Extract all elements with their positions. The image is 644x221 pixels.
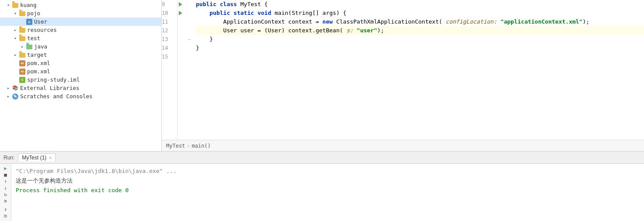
run-down-button[interactable]: ↓	[1, 185, 10, 191]
tree-label-scratches: Scratches and Consoles	[20, 93, 93, 100]
code-line-9: public class MyTest {	[196, 0, 644, 9]
run-button-10[interactable]	[178, 9, 184, 17]
tree-item-pojo[interactable]: pojo	[0, 9, 161, 17]
tree-label-java: java	[34, 43, 47, 50]
fold-11	[186, 17, 192, 26]
run-side-buttons: ▶ ■ ↑ ↓ ↻ ≡ ↕ ⊟ ↗ ☰	[0, 164, 11, 221]
code-line-12: User user = (User) context.getBean( s: "…	[196, 26, 644, 35]
tree-item-kuang[interactable]: kuang	[0, 1, 161, 9]
output-line-1: "C:\Program Files\Java\jdk1.8\bin\java.e…	[16, 166, 640, 176]
output-line-4: Process finished with exit code 0	[16, 186, 640, 195]
fold-14	[186, 44, 192, 52]
arrow-icon-target	[14, 52, 19, 57]
editor-content[interactable]: 9 10 11 12 13 14 15	[162, 0, 644, 140]
arrow-icon-ext	[7, 86, 12, 90]
run-tab-bar: Run: MyTest (1) ×	[0, 152, 644, 164]
tree-item-resources[interactable]: resources	[0, 26, 161, 34]
fold-15	[186, 52, 192, 61]
tree-item-ext-libs[interactable]: 📚 External Libraries	[0, 84, 161, 92]
tree-item-target[interactable]: target	[0, 51, 161, 59]
breadcrumb-method: main()	[192, 143, 211, 149]
fold-13[interactable]: −	[186, 35, 192, 44]
tree-label-ext-libs: External Libraries	[20, 85, 79, 91]
run-play-button[interactable]: ▶	[1, 166, 10, 171]
run-wrap-button[interactable]: ≡	[1, 198, 10, 204]
fold-12	[186, 26, 192, 35]
arrow-icon-test	[14, 36, 19, 41]
code-line-13: }	[196, 35, 644, 44]
run-print-button[interactable]: ⊟	[1, 213, 10, 219]
tree-label-pojo: pojo	[27, 10, 40, 17]
run-output: "C:\Program Files\Java\jdk1.8\bin\java.e…	[11, 164, 644, 221]
tree-item-spring-iml[interactable]: S spring-study.iml	[0, 76, 161, 84]
run-sort-button[interactable]: ↕	[1, 207, 10, 212]
run-label: Run:	[3, 155, 14, 161]
tree-item-test[interactable]: test	[0, 34, 161, 42]
tree-item-java[interactable]: java	[0, 42, 161, 51]
folder-icon-resources	[19, 28, 25, 33]
folder-icon-test	[19, 36, 25, 41]
scratch-icon: ✎	[12, 93, 18, 100]
run-reload-button[interactable]: ↻	[1, 192, 10, 197]
run-up-button[interactable]: ↑	[1, 179, 10, 184]
java-icon-user: c	[26, 19, 32, 25]
pom-icon-2: m	[19, 69, 25, 75]
code-line-10: public static void main(String[] args) {	[196, 9, 644, 17]
breadcrumb-sep: ›	[187, 143, 190, 149]
code-line-15	[196, 52, 644, 61]
run-tab-mytest[interactable]: MyTest (1) ×	[18, 153, 56, 162]
fold-9	[186, 0, 192, 9]
tree-label-test: test	[27, 35, 40, 41]
run-button-9[interactable]	[178, 0, 184, 9]
tree-label-kuang: kuang	[20, 2, 37, 8]
tree-label-pom2: pom.xml	[27, 68, 50, 75]
run-content: ▶ ■ ↑ ↓ ↻ ≡ ↕ ⊟ ↗ ☰ "C:\Program Files\Ja…	[0, 164, 644, 221]
tree-item-pom2[interactable]: m pom.xml	[0, 67, 161, 76]
line-numbers: 9 10 11 12 13 14 15	[162, 0, 178, 140]
run-tab-label: MyTest (1)	[22, 155, 46, 161]
editor-area: 9 10 11 12 13 14 15	[162, 0, 644, 151]
folder-icon-java	[26, 45, 32, 49]
spring-icon: S	[19, 77, 25, 83]
fold-gutter: −	[186, 0, 192, 140]
run-gutter	[178, 0, 186, 140]
tree-label-resources: resources	[27, 27, 57, 33]
breadcrumb-class: MyTest	[166, 143, 185, 149]
arrow-icon-resources	[14, 28, 19, 32]
tab-close-button[interactable]: ×	[49, 155, 52, 160]
breadcrumb-bar: MyTest › main()	[162, 140, 644, 151]
arrow-icon-java	[21, 44, 26, 49]
arrow-icon-kuang	[7, 3, 12, 7]
code-line-14: }	[196, 44, 644, 52]
tree-label-target: target	[27, 52, 47, 58]
output-line-2: 这是一个无参构造方法	[16, 176, 640, 186]
code-editor[interactable]: public class MyTest { public static void…	[192, 0, 644, 140]
project-tree: kuang pojo c User resources test	[0, 0, 162, 151]
tree-label-user: User	[34, 18, 47, 25]
tree-item-scratches[interactable]: ✎ Scratches and Consoles	[0, 92, 161, 100]
folder-icon-target	[19, 53, 25, 58]
fold-10	[186, 9, 192, 17]
tree-label-pom1: pom.xml	[27, 60, 50, 66]
folder-icon-kuang	[12, 3, 18, 8]
pom-icon-1: m	[19, 60, 25, 66]
run-stop-button[interactable]: ■	[1, 172, 10, 178]
tree-item-user[interactable]: c User	[0, 17, 161, 26]
bottom-panel: Run: MyTest (1) × ▶ ■ ↑ ↓ ↻ ≡ ↕ ⊟ ↗ ☰ "C…	[0, 151, 644, 221]
arrow-icon-pojo	[14, 11, 19, 16]
tree-label-spring: spring-study.iml	[27, 76, 80, 83]
code-line-11: ApplicationContext context = new ClassPa…	[196, 17, 644, 26]
tree-item-pom1[interactable]: m pom.xml	[0, 59, 161, 67]
arrow-icon-scratches	[7, 94, 12, 99]
folder-icon-pojo	[19, 11, 25, 16]
ext-libs-icon: 📚	[12, 85, 18, 91]
